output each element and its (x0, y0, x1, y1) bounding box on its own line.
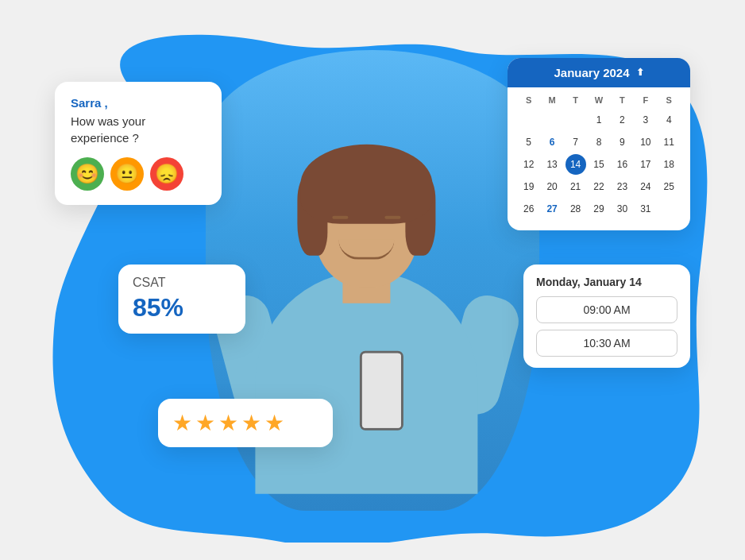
timeslot-date: Monday, January 14 (536, 276, 677, 288)
cal-cell-22[interactable]: 22 (589, 176, 609, 197)
star-5[interactable]: ★ (264, 410, 284, 436)
cal-cell-3[interactable]: 3 (635, 110, 656, 130)
star-3[interactable]: ★ (218, 410, 238, 436)
cal-cell-21[interactable]: 21 (566, 176, 586, 197)
day-wed: W (587, 95, 610, 105)
calendar-month-year: January 2024 (554, 66, 629, 79)
cal-cell-7[interactable]: 7 (566, 132, 586, 153)
survey-name: Sarra , (71, 96, 206, 110)
survey-question: How was your experience ? (71, 113, 206, 146)
cal-cell-9[interactable]: 9 (612, 132, 632, 153)
timeslot-card: Monday, January 14 09:00 AM 10:30 AM (523, 265, 690, 368)
cal-cell-23[interactable]: 23 (612, 176, 632, 197)
day-mon: M (540, 95, 563, 105)
cal-cell-4[interactable]: 4 (658, 110, 679, 130)
cal-cell-1[interactable]: 1 (589, 110, 609, 130)
cal-cell-2[interactable]: 2 (612, 110, 632, 130)
cal-cell-20[interactable]: 20 (542, 176, 562, 197)
cal-cell-12[interactable]: 12 (519, 154, 539, 175)
cal-cell-24[interactable]: 24 (635, 176, 656, 197)
calendar-card: January 2024 ⬆ S M T W T F S 1 2 3 4 (508, 58, 690, 230)
calendar-nav-icon[interactable]: ⬆ (636, 67, 644, 78)
cal-cell-15[interactable]: 15 (589, 154, 609, 175)
cal-cell-empty-2 (542, 110, 562, 130)
emoji-sad[interactable]: 😞 (150, 157, 183, 191)
csat-card: CSAT 85% (118, 265, 245, 334)
calendar-header: January 2024 ⬆ (508, 58, 690, 87)
cal-cell-6[interactable]: 6 (542, 132, 562, 153)
scene: Sarra , How was your experience ? 😊 😐 😞 … (31, 18, 714, 543)
timeslot-2[interactable]: 10:30 AM (536, 330, 677, 357)
cal-cell-27[interactable]: 27 (542, 199, 562, 219)
cal-cell-29[interactable]: 29 (589, 199, 609, 219)
cal-cell-30[interactable]: 30 (612, 199, 632, 219)
timeslot-1[interactable]: 09:00 AM (536, 296, 677, 323)
day-sun: S (517, 95, 540, 105)
survey-card: Sarra , How was your experience ? 😊 😐 😞 (55, 82, 222, 205)
calendar-body: S M T W T F S 1 2 3 4 5 6 7 8 (508, 87, 690, 230)
star-4[interactable]: ★ (241, 410, 261, 436)
cal-cell-empty-1 (519, 110, 539, 130)
day-tue: T (564, 95, 587, 105)
cal-cell-5[interactable]: 5 (519, 132, 539, 153)
calendar-grid: 1 2 3 4 5 6 7 8 9 10 11 12 13 14 15 16 1… (517, 110, 681, 219)
csat-value: 85% (133, 293, 231, 322)
day-thu: T (611, 95, 634, 105)
star-1[interactable]: ★ (172, 410, 192, 436)
cal-cell-31[interactable]: 31 (635, 199, 656, 219)
cal-cell-14[interactable]: 14 (566, 154, 586, 175)
cal-cell-19[interactable]: 19 (519, 176, 539, 197)
cal-cell-16[interactable]: 16 (612, 154, 632, 175)
day-sat: S (658, 95, 681, 105)
csat-label: CSAT (133, 276, 231, 290)
emoji-row: 😊 😐 😞 (71, 157, 206, 191)
cal-cell-18[interactable]: 18 (658, 154, 679, 175)
cal-cell-empty-4 (658, 199, 679, 219)
stars-card: ★ ★ ★ ★ ★ (158, 399, 333, 447)
cal-cell-11[interactable]: 11 (658, 132, 679, 153)
cal-cell-28[interactable]: 28 (566, 199, 586, 219)
emoji-happy[interactable]: 😊 (71, 157, 104, 191)
cal-cell-empty-3 (566, 110, 586, 130)
cal-cell-13[interactable]: 13 (542, 154, 562, 175)
calendar-day-names: S M T W T F S (517, 95, 681, 105)
cal-cell-8[interactable]: 8 (589, 132, 609, 153)
cal-cell-17[interactable]: 17 (635, 154, 656, 175)
cal-cell-25[interactable]: 25 (658, 176, 679, 197)
cal-cell-10[interactable]: 10 (635, 132, 656, 153)
day-fri: F (634, 95, 657, 105)
cal-cell-26[interactable]: 26 (519, 199, 539, 219)
star-2[interactable]: ★ (195, 410, 215, 436)
emoji-neutral[interactable]: 😐 (110, 157, 144, 191)
